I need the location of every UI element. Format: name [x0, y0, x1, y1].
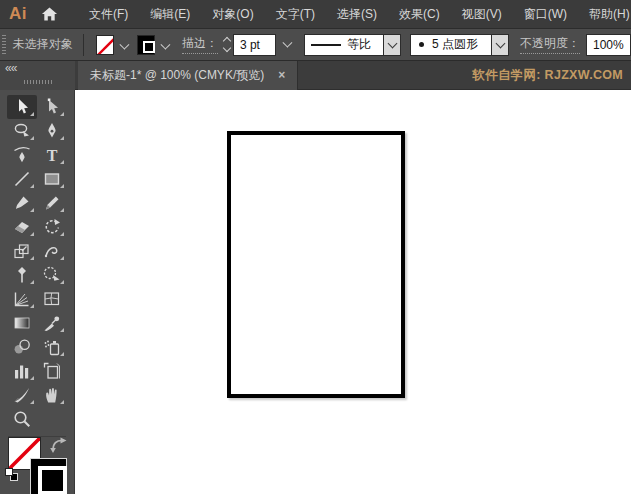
tools-grid: T: [7, 95, 69, 431]
column-graph-tool-icon: [13, 362, 31, 380]
rectangle-tool[interactable]: [37, 167, 67, 191]
shape-builder-tool[interactable]: [37, 263, 67, 287]
selection-tool[interactable]: [7, 95, 37, 119]
stroke-weight-stepper[interactable]: [224, 38, 230, 51]
artboard-tool[interactable]: [37, 359, 67, 383]
brush-value: 5 点圆形: [432, 36, 478, 53]
type-tool-icon: T: [43, 146, 61, 164]
knife-tool-icon: [13, 386, 31, 404]
rotate-tool-icon: [43, 218, 61, 236]
panel-grip[interactable]: [2, 35, 6, 55]
menu-item-type[interactable]: 文字(T): [265, 0, 326, 28]
eraser-tool[interactable]: [7, 215, 37, 239]
hand-tool[interactable]: [37, 383, 67, 407]
uniform-profile-icon: [311, 44, 341, 46]
menu-item-object[interactable]: 对象(O): [201, 0, 264, 28]
stroke-dropdown-chevron-icon[interactable]: [161, 40, 171, 50]
document-tab[interactable]: 未标题-1* @ 100% (CMYK/预览) ×: [78, 61, 298, 90]
column-graph-tool[interactable]: [7, 359, 37, 383]
menu-item-select[interactable]: 选择(S): [326, 0, 388, 28]
default-fill-stroke-icon[interactable]: [5, 468, 19, 482]
knife-tool[interactable]: [7, 383, 37, 407]
menu-item-window[interactable]: 窗口(W): [513, 0, 578, 28]
fill-dropdown-chevron-icon[interactable]: [120, 40, 130, 50]
mesh-tool-icon: [43, 290, 61, 308]
artboard-tool-icon: [43, 362, 61, 380]
pencil-tool[interactable]: [37, 191, 67, 215]
document-tab-title: 未标题-1* @ 100% (CMYK/预览): [90, 67, 264, 84]
lasso-tool-icon: [13, 122, 31, 140]
home-icon[interactable]: [41, 6, 58, 22]
fill-color-swatch[interactable]: [96, 35, 115, 55]
control-bar: 未选择对象 描边： 3 pt 等比 5 点圆形 不透明度： 100%: [0, 29, 631, 61]
symbol-sprayer-tool-icon: [43, 338, 61, 356]
artboard-rectangle[interactable]: [227, 131, 405, 398]
eraser-tool-icon: [13, 218, 31, 236]
paintbrush-tool-icon: [13, 194, 31, 212]
width-profile-dropdown-button[interactable]: [384, 34, 401, 56]
stroke-weight-input[interactable]: 3 pt: [233, 34, 277, 56]
pen-tool-icon: [43, 122, 61, 140]
width-profile-value: 等比: [347, 36, 371, 53]
rectangle-tool-icon: [43, 170, 61, 188]
paintbrush-tool[interactable]: [7, 191, 37, 215]
perspective-grid-tool[interactable]: [7, 287, 37, 311]
tab-close-icon[interactable]: ×: [278, 68, 285, 82]
type-tool[interactable]: T: [37, 143, 67, 167]
toolbar-grip[interactable]: [24, 80, 52, 84]
mesh-tool[interactable]: [37, 287, 67, 311]
blend-tool[interactable]: [7, 335, 37, 359]
opacity-panel-link[interactable]: 不透明度：: [520, 35, 580, 54]
perspective-grid-tool-icon: [13, 290, 31, 308]
stroke-weight-dropdown-chevron-icon[interactable]: [283, 38, 293, 48]
stroke-color-swatch[interactable]: [30, 458, 67, 494]
puppet-warp-tool[interactable]: [7, 263, 37, 287]
toolbar-header: ««: [0, 61, 75, 90]
lasso-tool[interactable]: [7, 119, 37, 143]
puppet-warp-tool-icon: [13, 266, 31, 284]
eyedropper-tool-icon: [43, 314, 61, 332]
app-logo[interactable]: Ai: [9, 4, 27, 24]
menu-item-view[interactable]: 视图(V): [451, 0, 513, 28]
menu-item-file[interactable]: 文件(F): [78, 0, 139, 28]
brush-dropdown-button[interactable]: [492, 34, 509, 56]
fill-stroke-cluster: [0, 431, 75, 494]
tools-panel: T: [0, 90, 75, 494]
collapse-panel-icon[interactable]: ««: [5, 61, 16, 75]
eyedropper-tool[interactable]: [37, 311, 67, 335]
stroke-color-swatch[interactable]: [137, 35, 156, 55]
menu-item-edit[interactable]: 编辑(E): [139, 0, 201, 28]
curvature-tool[interactable]: [7, 143, 37, 167]
line-segment-tool-icon: [13, 170, 31, 188]
opacity-input[interactable]: 100%: [586, 34, 631, 56]
no-selection-label: 未选择对象: [13, 36, 73, 53]
scale-tool[interactable]: [7, 239, 37, 263]
round-brush-icon: [419, 42, 424, 47]
zoom-tool-icon: [13, 410, 31, 428]
menu-bar: Ai 文件(F)编辑(E)对象(O)文字(T)选择(S)效果(C)视图(V)窗口…: [0, 0, 631, 29]
brush-select[interactable]: 5 点圆形: [410, 34, 492, 56]
svg-text:T: T: [47, 147, 58, 164]
pen-tool[interactable]: [37, 119, 67, 143]
canvas-area[interactable]: [76, 90, 631, 494]
rotate-tool[interactable]: [37, 215, 67, 239]
promo-text: 软件自学网: RJZXW.COM: [472, 61, 623, 90]
width-tool-icon: [43, 242, 61, 260]
menu-items: 文件(F)编辑(E)对象(O)文字(T)选择(S)效果(C)视图(V)窗口(W)…: [78, 0, 631, 28]
symbol-sprayer-tool[interactable]: [37, 335, 67, 359]
line-segment-tool[interactable]: [7, 167, 37, 191]
stroke-panel-link[interactable]: 描边：: [182, 35, 218, 54]
menu-item-help[interactable]: 帮助(H): [578, 0, 631, 28]
zoom-tool[interactable]: [7, 407, 37, 431]
gradient-tool[interactable]: [7, 311, 37, 335]
width-profile-select[interactable]: 等比: [304, 34, 384, 56]
swap-fill-stroke-icon[interactable]: [50, 437, 67, 457]
controlbar-separator: [83, 34, 84, 56]
width-tool[interactable]: [37, 239, 67, 263]
curvature-tool-icon: [13, 146, 31, 164]
blend-tool-icon: [13, 338, 31, 356]
menu-item-effect[interactable]: 效果(C): [388, 0, 451, 28]
document-tab-bar: 未标题-1* @ 100% (CMYK/预览) × 软件自学网: RJZXW.C…: [75, 61, 631, 90]
direct-selection-tool[interactable]: [37, 95, 67, 119]
shape-builder-tool-icon: [43, 266, 61, 284]
